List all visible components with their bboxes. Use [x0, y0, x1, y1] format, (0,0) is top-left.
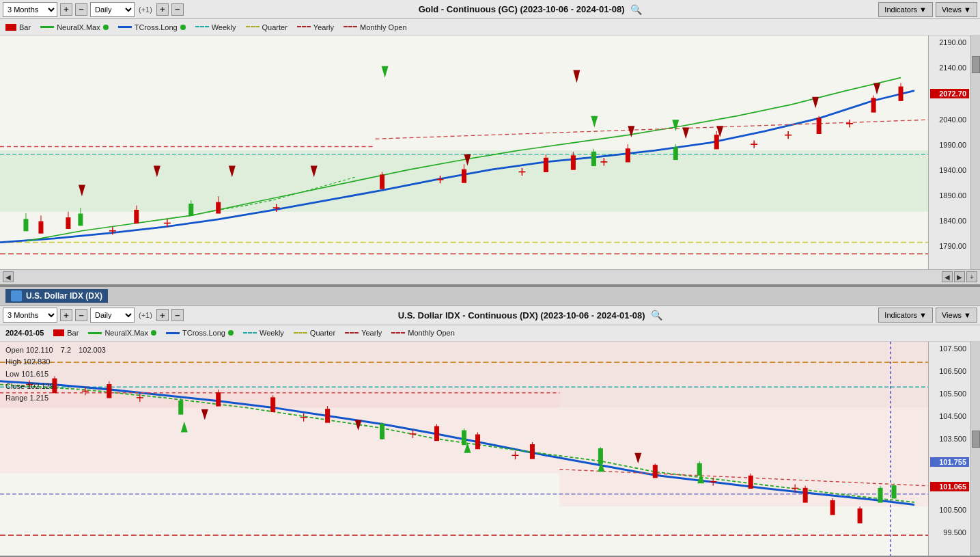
svg-rect-10	[79, 214, 83, 226]
bottom-price-6: 100.500	[930, 506, 969, 514]
bottom-legend-bar-label: Bar	[67, 329, 79, 337]
top-legend-bar: Bar NeuralX.Max TCross.Long Weekly Quart…	[0, 19, 980, 36]
svg-rect-99	[892, 486, 896, 498]
bottom-indicators-btn[interactable]: Indicators ▼	[878, 308, 933, 323]
bottom-views-btn[interactable]: Views ▼	[936, 308, 977, 323]
top-period-sub-btn[interactable]: −	[75, 3, 87, 16]
svg-rect-87	[179, 401, 183, 414]
bottom-legend-weekly-color	[243, 332, 257, 334]
bottom-chart-area: Open 102.110 7.2 102.003 High 102.830 Lo…	[0, 342, 980, 556]
bottom-data-overlay: Open 102.110 7.2 102.003 High 102.830 Lo…	[5, 344, 106, 405]
svg-rect-34	[626, 149, 630, 162]
top-period-add-btn[interactable]: +	[60, 3, 72, 16]
legend-bar-label: Bar	[19, 23, 31, 31]
top-price-5: 1940.00	[930, 166, 969, 174]
top-price-4: 1990.00	[930, 141, 969, 149]
top-chart-area: 2023-10-06 2023-10-20 2023-11-03 2023-11…	[0, 36, 980, 269]
top-count-add-btn[interactable]: +	[156, 3, 169, 16]
svg-rect-24	[216, 202, 221, 213]
bottom-legend-quarter-label: Quarter	[310, 329, 335, 337]
bottom-indicators-label: Indicators	[884, 311, 917, 319]
top-views-btn[interactable]: Views ▼	[936, 2, 977, 17]
svg-rect-111	[435, 426, 439, 440]
top-chart-panel: 3 Months 1 Month 6 Months 1 Year + − Dai…	[0, 0, 980, 286]
bottom-price-5: 103.500	[930, 435, 969, 443]
bottom-chart-title: U.S. Dollar IDX - Continuous (DX) (2023-…	[398, 310, 645, 321]
bottom-period-add-btn[interactable]: +	[60, 309, 72, 321]
svg-rect-42	[899, 87, 903, 100]
bottom-legend-yearly: Yearly	[345, 329, 382, 337]
top-indicators-btn[interactable]: Indicators ▼	[878, 2, 933, 17]
bottom-price-4: 104.500	[930, 412, 969, 420]
legend-weekly-item: Weekly	[195, 23, 236, 31]
top-nav-left-btn[interactable]: ◀	[3, 271, 14, 282]
bottom-period-select[interactable]: 3 Months 1 Month 6 Months 1 Year	[3, 308, 57, 323]
high-value: 102.830	[23, 357, 51, 366]
bottom-legend-yearly-label: Yearly	[361, 329, 382, 337]
top-nav-fwd-btn[interactable]: ▶	[954, 271, 965, 282]
top-price-2: 2140.00	[930, 64, 969, 72]
bottom-views-label: Views	[942, 311, 962, 319]
top-count-badge: (+1)	[137, 5, 154, 14]
legend-yearly-label: Yearly	[313, 23, 334, 31]
svg-rect-32	[571, 156, 575, 169]
close-label: Close	[5, 382, 27, 390]
bottom-price-2: 106.500	[930, 367, 969, 375]
top-count-sub-btn[interactable]: −	[171, 3, 184, 16]
bottom-legend-monthly-color	[391, 332, 405, 334]
open-label: Open	[5, 346, 26, 354]
legend-yearly-color	[297, 26, 311, 28]
bottom-interval-select[interactable]: Daily Weekly Monthly	[90, 308, 135, 323]
bottom-search-btn[interactable]: 🔍	[649, 308, 664, 323]
top-nav-back-btn[interactable]: ◀	[942, 271, 953, 282]
bottom-legend-quarter-color	[294, 332, 307, 334]
svg-rect-93	[598, 448, 602, 463]
legend-neuralx-item: NeuralX.Max	[40, 23, 109, 31]
range-label: Range	[5, 394, 29, 402]
legend-neuralx-color	[40, 26, 54, 28]
bottom-legend-date: 2024-01-05	[5, 329, 44, 337]
bottom-price-3: 105.500	[930, 390, 969, 398]
bottom-count-add-btn[interactable]: +	[156, 309, 169, 321]
bottom-legend-monthly-label: Monthly Open	[408, 329, 454, 337]
close-value: 102.129	[27, 382, 54, 390]
bottom-legend-tcross-label: TCross.Long	[182, 329, 225, 337]
top-nav-expand-btn[interactable]: +	[966, 271, 977, 282]
svg-rect-123	[830, 500, 835, 514]
svg-rect-36	[714, 135, 718, 149]
svg-rect-18	[39, 221, 43, 233]
bottom-count-sub-btn[interactable]: −	[171, 309, 184, 321]
top-nav-bar: ◀ ◀ ▶ +	[0, 269, 980, 284]
bottom-count-badge: (+1)	[137, 311, 154, 319]
svg-rect-109	[326, 409, 330, 422]
top-interval-select[interactable]: Daily Weekly Monthly	[90, 2, 135, 17]
top-indicators-chevron: ▼	[919, 5, 927, 14]
legend-tcross-color	[118, 26, 132, 28]
svg-rect-78	[559, 407, 928, 506]
top-chart-title: Gold - Continuous (GC) (2023-10-06 - 202…	[419, 4, 625, 14]
top-price-8: 1790.00	[930, 242, 969, 250]
bottom-legend-bar: Bar	[53, 329, 79, 337]
top-period-select[interactable]: 3 Months 1 Month 6 Months 1 Year	[3, 2, 57, 17]
range-value: 1.215	[29, 394, 48, 402]
bottom-chart-svg-area[interactable]: Open 102.110 7.2 102.003 High 102.830 Lo…	[0, 342, 928, 556]
top-scrollbar[interactable]	[970, 36, 980, 269]
top-search-btn[interactable]: 🔍	[629, 2, 644, 17]
top-scroll-thumb[interactable]	[972, 56, 980, 73]
top-chart-svg-area[interactable]: 2023-10-06 2023-10-20 2023-11-03 2023-11…	[0, 36, 928, 269]
bottom-price-7: 99.500	[930, 528, 969, 536]
svg-rect-28	[462, 169, 466, 182]
bottom-scrollbar[interactable]	[970, 342, 980, 556]
legend-neuralx-label: NeuralX.Max	[57, 23, 100, 31]
bottom-legend-tcross-color	[166, 332, 180, 334]
svg-rect-121	[803, 488, 807, 502]
legend-quarter-color	[246, 26, 260, 28]
bottom-period-sub-btn[interactable]: −	[75, 309, 87, 321]
bottom-legend-tcross: TCross.Long	[166, 329, 234, 337]
svg-rect-119	[748, 476, 753, 488]
open-value: 102.110	[26, 346, 53, 354]
svg-rect-12	[189, 204, 193, 216]
legend-tcross-label: TCross.Long	[135, 23, 178, 31]
svg-rect-30	[544, 158, 548, 172]
bottom-scroll-thumb[interactable]	[972, 431, 980, 448]
